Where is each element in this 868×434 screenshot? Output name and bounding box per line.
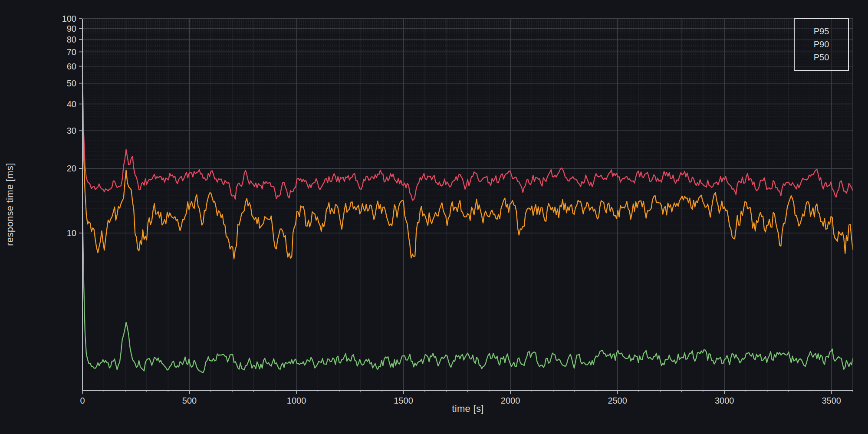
x-tick-label: 3500 [822, 396, 841, 405]
y-tick-label: 50 [67, 79, 76, 88]
plot-svg: 1020304050607080901000500100015002000250… [0, 0, 868, 434]
y-tick-label: 80 [67, 35, 76, 44]
x-tick-label: 1000 [287, 396, 306, 405]
chart-figure: 1020304050607080901000500100015002000250… [0, 0, 868, 434]
legend-item-p90: P90 [795, 40, 848, 49]
legend-item-p95: P95 [795, 27, 848, 36]
y-tick-label: 40 [67, 99, 76, 109]
y-tick-label: 20 [67, 164, 76, 173]
ticks [79, 19, 853, 394]
y-tick-label: 60 [67, 62, 76, 71]
x-tick-label: 2500 [608, 396, 627, 405]
y-axis-title: response time [ms] [4, 113, 16, 296]
y-tick-label: 30 [67, 126, 76, 135]
y-tick-label: 90 [67, 24, 76, 33]
legend-item-p50: P50 [795, 53, 848, 62]
y-tick-label: 10 [67, 228, 76, 238]
x-tick-label: 3000 [715, 396, 734, 405]
x-tick-label: 0 [80, 396, 85, 405]
legend: P95 P90 P50 [794, 18, 849, 71]
x-tick-label: 500 [182, 396, 197, 405]
x-axis-title: time [s] [403, 403, 533, 414]
y-tick-label: 70 [67, 47, 76, 57]
y-tick-label: 100 [62, 14, 76, 23]
